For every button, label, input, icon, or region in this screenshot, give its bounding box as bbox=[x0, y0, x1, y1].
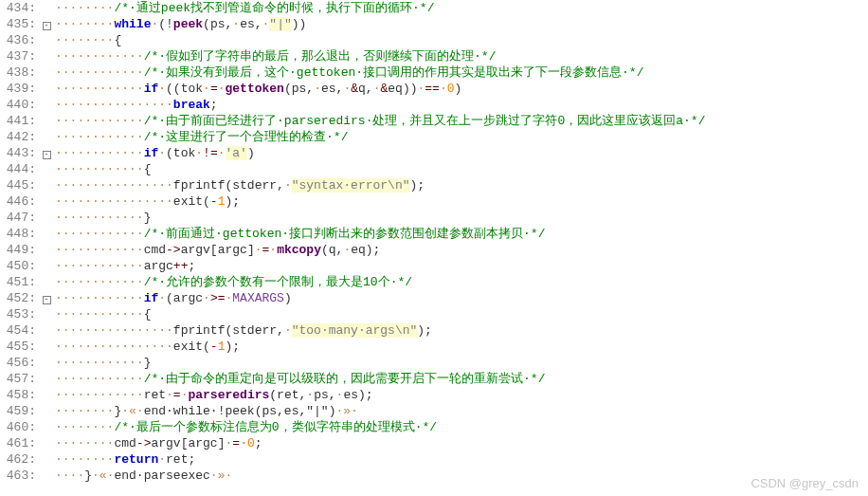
code-line[interactable]: ········while·(!peek(ps,·es,·"|")) bbox=[55, 16, 868, 32]
line-number: 461: bbox=[0, 435, 40, 451]
token-punc: ); bbox=[366, 243, 381, 257]
token-punc: } bbox=[84, 468, 92, 483]
code-line[interactable]: ············if·((tok·=·gettoken(ps,·es,·… bbox=[55, 81, 868, 97]
token-macro: MAXARGS bbox=[232, 291, 284, 305]
token-ws: · bbox=[232, 17, 240, 31]
indent: ············ bbox=[55, 162, 144, 176]
comment: /*·假如到了字符串的最后，那么退出，否则继续下面的处理·*/ bbox=[144, 49, 497, 64]
token-id: argv bbox=[181, 243, 210, 257]
code-line[interactable]: ················fprintf(stderr,·"syntax·… bbox=[55, 177, 868, 193]
code-line[interactable]: ················fprintf(stderr,·"too·man… bbox=[55, 322, 868, 339]
token-punc: ] bbox=[247, 243, 255, 257]
code-editor[interactable]: 434:435:436:437:438:439:440:441:442:443:… bbox=[0, 0, 868, 484]
code-line[interactable]: ············argc++; bbox=[55, 258, 868, 274]
token-num: 0 bbox=[447, 82, 455, 96]
token-id: eq bbox=[351, 243, 366, 257]
token-id: argc bbox=[173, 291, 203, 305]
indent: ········ bbox=[55, 33, 114, 47]
token-ws: ·»· bbox=[335, 404, 357, 418]
fold-marker[interactable]: - bbox=[40, 16, 53, 32]
code-line[interactable]: ········/*·通过peek找不到管道命令的时候，执行下面的循环·*/ bbox=[55, 0, 868, 16]
line-number-gutter: 434:435:436:437:438:439:440:441:442:443:… bbox=[0, 0, 40, 484]
token-id: end·parseexec bbox=[114, 468, 209, 483]
code-line[interactable]: ········/*·最后一个参数标注信息为0，类似字符串的处理模式·*/ bbox=[55, 419, 868, 435]
token-punc: , bbox=[366, 82, 373, 96]
token-punc: , bbox=[329, 388, 336, 402]
code-line[interactable]: ········{ bbox=[55, 32, 868, 48]
fold-marker bbox=[40, 339, 53, 355]
code-line[interactable]: ············/*·如果没有到最后，这个·gettoken·接口调用的… bbox=[55, 64, 868, 81]
code-line[interactable]: ············/*·由于前面已经进行了·parseredirs·处理，… bbox=[55, 113, 868, 129]
line-number: 435: bbox=[0, 16, 40, 32]
token-op: == bbox=[425, 82, 440, 96]
code-line[interactable]: ············/*·假如到了字符串的最后，那么退出，否则继续下面的处理… bbox=[55, 48, 868, 64]
fold-marker bbox=[40, 177, 53, 193]
indent: ········ bbox=[55, 420, 114, 434]
code-line[interactable]: ················exit(-1); bbox=[55, 339, 868, 355]
comment: /*·通过peek找不到管道命令的时候，执行下面的循环·*/ bbox=[114, 1, 434, 15]
code-line[interactable]: ············{ bbox=[55, 161, 868, 177]
token-ws: · bbox=[158, 82, 166, 96]
token-punc: ( bbox=[269, 388, 277, 402]
token-ws: ·«· bbox=[121, 404, 143, 418]
token-punc: } bbox=[144, 356, 152, 370]
code-line[interactable]: ············/*·这里进行了一个合理性的检查·*/ bbox=[55, 129, 868, 145]
code-line[interactable]: ············/*·允许的参数个数有一个限制，最大是10个·*/ bbox=[55, 274, 868, 290]
indent: ············ bbox=[55, 275, 144, 289]
token-punc: , bbox=[255, 17, 262, 31]
code-line[interactable]: ····}·«·end·parseexec·»· bbox=[55, 468, 868, 484]
fold-marker[interactable]: - bbox=[40, 290, 53, 306]
token-str: 'a' bbox=[226, 146, 247, 160]
code-line[interactable]: ············/*·前面通过·gettoken·接口判断出来的参数范围… bbox=[55, 226, 868, 242]
token-punc: ); bbox=[225, 194, 240, 209]
indent: ············ bbox=[55, 130, 144, 144]
code-line[interactable]: ········cmd->argv[argc]·=·0; bbox=[55, 435, 868, 451]
code-line[interactable]: ················break; bbox=[55, 97, 868, 113]
code-line[interactable]: ············/*·由于命令的重定向是可以级联的，因此需要开启下一轮的… bbox=[55, 371, 868, 387]
comment: /*·这里进行了一个合理性的检查·*/ bbox=[144, 130, 349, 144]
fold-marker bbox=[40, 451, 53, 468]
line-number: 451: bbox=[0, 274, 40, 290]
token-ws: · bbox=[269, 243, 277, 257]
code-line[interactable]: ············cmd->argv[argc]·=·mkcopy(q,·… bbox=[55, 242, 868, 258]
fold-marker bbox=[40, 226, 53, 242]
token-punc: , bbox=[306, 82, 314, 96]
fold-marker bbox=[40, 64, 53, 81]
code-line[interactable]: ············{ bbox=[55, 306, 868, 322]
code-area[interactable]: ········/*·通过peek找不到管道命令的时候，执行下面的循环·*/··… bbox=[53, 0, 868, 484]
token-punc: ; bbox=[188, 259, 195, 273]
token-ws: · bbox=[240, 436, 247, 450]
indent: ············ bbox=[55, 372, 144, 386]
fold-marker bbox=[40, 81, 53, 97]
token-punc: ); bbox=[417, 323, 432, 338]
code-line[interactable]: ············} bbox=[55, 355, 868, 371]
fold-gutter[interactable]: --- bbox=[40, 0, 53, 484]
token-id: stderr bbox=[232, 323, 277, 338]
fold-marker bbox=[40, 403, 53, 419]
indent: ············ bbox=[55, 65, 144, 80]
line-number: 447: bbox=[0, 210, 40, 226]
code-line[interactable]: ············} bbox=[55, 210, 868, 226]
token-ws: · bbox=[218, 146, 226, 160]
code-line[interactable]: ················exit(-1); bbox=[55, 193, 868, 210]
token-str: "|" bbox=[269, 17, 291, 31]
token-id: es bbox=[240, 17, 255, 31]
token-fn: parseredirs bbox=[188, 388, 269, 402]
token-id: stderr bbox=[232, 178, 277, 193]
code-line[interactable]: ············if·(tok·!=·'a') bbox=[55, 145, 868, 161]
token-punc: ( bbox=[203, 194, 210, 209]
fold-marker[interactable]: - bbox=[40, 145, 53, 161]
fold-marker bbox=[40, 161, 53, 177]
token-ws: ·»· bbox=[210, 468, 232, 483]
line-number: 454: bbox=[0, 322, 40, 339]
token-id: ret bbox=[144, 388, 166, 402]
token-id: ret bbox=[166, 452, 188, 467]
indent: ············ bbox=[55, 82, 144, 96]
fold-marker bbox=[40, 113, 53, 129]
code-line[interactable]: ········return·ret; bbox=[55, 451, 868, 468]
code-line[interactable]: ············if·(argc·>=·MAXARGS) bbox=[55, 290, 868, 306]
indent: ········ bbox=[55, 452, 114, 467]
token-punc: { bbox=[144, 307, 152, 321]
code-line[interactable]: ········}·«·end·while·!peek(ps,es,"|")·»… bbox=[55, 403, 868, 419]
code-line[interactable]: ············ret·=·parseredirs(ret,·ps,·e… bbox=[55, 387, 868, 403]
